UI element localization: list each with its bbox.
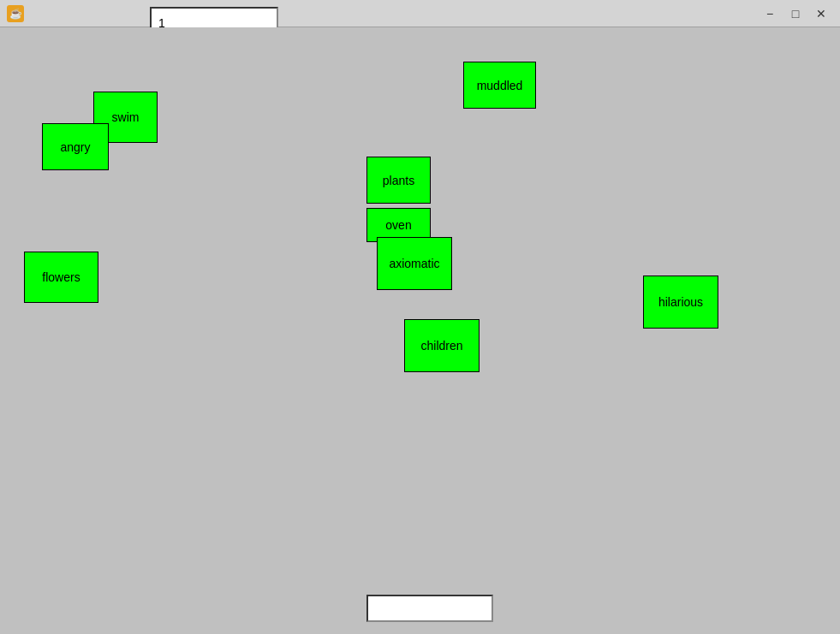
maximize-button[interactable]: □: [783, 3, 807, 24]
word-box-children[interactable]: children: [404, 319, 480, 372]
title-bar-controls: − □ ✕: [758, 3, 833, 24]
word-box-plants[interactable]: plants: [366, 157, 431, 204]
title-bar: ☕ − □ ✕: [0, 0, 840, 27]
app-icon-glyph: ☕: [9, 8, 22, 20]
word-box-axiomatic[interactable]: axiomatic: [377, 237, 452, 290]
word-box-angry[interactable]: angry: [42, 123, 109, 170]
word-box-flowers[interactable]: flowers: [24, 252, 98, 303]
word-label-muddled: muddled: [477, 79, 523, 92]
word-box-muddled[interactable]: muddled: [463, 62, 536, 109]
app-icon: ☕: [7, 5, 24, 22]
word-label-children: children: [420, 339, 462, 353]
canvas-area: swimangrymuddledplantsovenaxiomaticflowe…: [0, 27, 840, 634]
word-label-swim: swim: [112, 110, 140, 124]
word-label-angry: angry: [60, 140, 90, 154]
word-label-hilarious: hilarious: [658, 295, 703, 309]
word-label-oven: oven: [385, 218, 411, 232]
title-bar-left: ☕: [7, 5, 24, 22]
word-label-flowers: flowers: [42, 270, 80, 284]
word-label-plants: plants: [383, 174, 414, 187]
minimize-button[interactable]: −: [758, 3, 782, 24]
word-box-hilarious[interactable]: hilarious: [643, 276, 718, 329]
word-label-axiomatic: axiomatic: [389, 257, 439, 270]
close-button[interactable]: ✕: [809, 3, 833, 24]
bottom-input[interactable]: [366, 595, 493, 622]
